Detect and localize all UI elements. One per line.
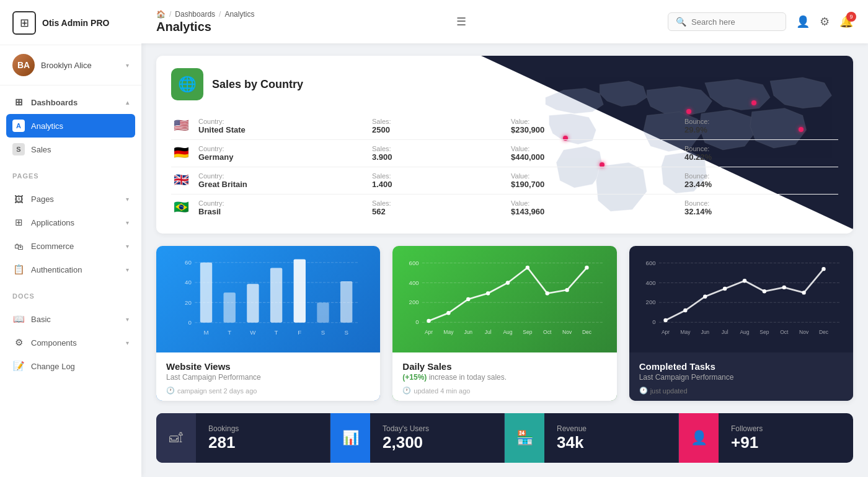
avatar: BA bbox=[12, 54, 35, 76]
sidebar-item-label: Analytics bbox=[31, 121, 129, 131]
charts-row: 60 40 20 0 bbox=[156, 246, 853, 401]
svg-text:400: 400 bbox=[645, 279, 655, 286]
globe-icon: 🌐 bbox=[171, 68, 203, 100]
svg-text:Jul: Jul bbox=[485, 329, 492, 335]
svg-text:0: 0 bbox=[416, 318, 419, 325]
svg-text:Nov: Nov bbox=[799, 329, 809, 335]
chart-footer-sales: 🕐 updated 4 min ago bbox=[402, 387, 606, 395]
bookings-icon-wrap: 🛋 bbox=[156, 413, 196, 463]
svg-text:200: 200 bbox=[409, 299, 419, 305]
chevron-down-icon: ▾ bbox=[126, 339, 129, 346]
sidebar: ⊞ Otis Admin PRO BA Brooklyn Alice ▾ ⊞ D… bbox=[0, 0, 141, 477]
search-icon: 🔍 bbox=[676, 17, 686, 27]
revenue-icon-wrap: 🏪 bbox=[505, 413, 544, 463]
sidebar-item-pages[interactable]: 🖼 Pages ▾ bbox=[0, 187, 141, 211]
settings-icon[interactable]: ⚙ bbox=[820, 15, 830, 28]
sales-icon: S bbox=[12, 143, 25, 155]
chevron-down-icon: ▾ bbox=[126, 196, 129, 203]
notification-badge: 9 bbox=[846, 12, 856, 22]
sidebar-item-dashboards[interactable]: ⊞ Dashboards ▴ bbox=[0, 90, 141, 114]
svg-text:Apr: Apr bbox=[662, 329, 670, 335]
country-row: 🇺🇸 Country: United State Sales: 2500 Val… bbox=[171, 113, 838, 140]
line-chart-sales-svg: 600 400 200 0 bbox=[402, 256, 606, 343]
docs-section-label: DOCS bbox=[0, 286, 141, 302]
main-content: 🏠 / Dashboards / Analytics Analytics ☰ 🔍… bbox=[141, 0, 868, 477]
chart-name-sales: Daily Sales bbox=[402, 361, 606, 372]
svg-rect-10 bbox=[247, 284, 259, 322]
svg-text:W: W bbox=[250, 329, 256, 336]
sidebar-item-basic[interactable]: 📖 Basic ▾ bbox=[0, 307, 141, 331]
bookings-label: Bookings bbox=[208, 424, 317, 433]
user-icon[interactable]: 👤 bbox=[796, 15, 810, 28]
notifications-icon[interactable]: 🔔 9 bbox=[839, 15, 853, 28]
svg-text:Sep: Sep bbox=[523, 329, 533, 335]
chart-sub-views: Last Campaign Performance bbox=[166, 373, 370, 382]
svg-point-33 bbox=[486, 291, 490, 295]
sales-card-title: Sales by Country bbox=[212, 78, 303, 91]
svg-rect-14 bbox=[340, 281, 352, 323]
revenue-label: Revenue bbox=[557, 424, 666, 433]
breadcrumb-separator: / bbox=[169, 10, 171, 19]
svg-text:60: 60 bbox=[185, 259, 192, 266]
chevron-down-icon: ▾ bbox=[126, 266, 129, 273]
chart-name-views: Website Views bbox=[166, 361, 370, 372]
svg-point-32 bbox=[466, 297, 470, 301]
svg-point-30 bbox=[427, 319, 431, 323]
chart-footer-tasks: 🕐 just updated bbox=[639, 387, 843, 395]
sidebar-item-analytics[interactable]: A Analytics bbox=[6, 114, 135, 138]
header: 🏠 / Dashboards / Analytics Analytics ☰ 🔍… bbox=[141, 0, 868, 43]
dashboards-icon: ⊞ bbox=[12, 96, 25, 108]
clock-icon: 🕐 bbox=[639, 387, 648, 395]
svg-text:Oct: Oct bbox=[543, 329, 552, 335]
svg-text:May: May bbox=[444, 329, 454, 335]
svg-text:20: 20 bbox=[185, 299, 192, 306]
svg-point-38 bbox=[585, 266, 589, 269]
sales-card-header: 🌐 Sales by Country bbox=[171, 68, 838, 100]
home-icon: 🏠 bbox=[156, 10, 166, 19]
sidebar-item-authentication[interactable]: 📋 Authentication ▾ bbox=[0, 258, 141, 281]
stats-row: 🛋 Bookings 281 📊 Today's Users 2,300 🏪 R… bbox=[156, 413, 853, 463]
clock-icon: 🕐 bbox=[402, 387, 411, 395]
sidebar-item-ecommerce[interactable]: 🛍 Ecommerce ▾ bbox=[0, 234, 141, 258]
svg-point-35 bbox=[526, 266, 529, 269]
svg-text:Nov: Nov bbox=[562, 329, 572, 335]
svg-rect-8 bbox=[200, 263, 212, 323]
user-profile[interactable]: BA Brooklyn Alice ▾ bbox=[0, 45, 141, 85]
svg-text:T: T bbox=[228, 329, 231, 336]
website-views-card: 60 40 20 0 bbox=[156, 246, 380, 401]
sidebar-item-sales[interactable]: S Sales bbox=[0, 138, 141, 161]
menu-toggle-icon[interactable]: ☰ bbox=[453, 11, 470, 32]
chart-upper-views: 60 40 20 0 bbox=[156, 246, 380, 352]
bookings-stat: Bookings 281 bbox=[196, 413, 330, 463]
components-icon: ⚙ bbox=[12, 336, 25, 349]
breadcrumb: 🏠 / Dashboards / Analytics bbox=[156, 10, 254, 19]
svg-point-34 bbox=[506, 281, 510, 284]
search-input[interactable] bbox=[691, 17, 778, 27]
svg-text:Jul: Jul bbox=[721, 329, 728, 335]
clock-icon: 🕐 bbox=[166, 387, 175, 395]
svg-text:M: M bbox=[203, 329, 208, 336]
sidebar-item-changelog[interactable]: 📝 Change Log bbox=[0, 354, 141, 378]
revenue-stat: Revenue 34k bbox=[544, 413, 679, 463]
svg-text:Dec: Dec bbox=[819, 329, 829, 335]
bar-chart-svg: 60 40 20 0 bbox=[166, 256, 370, 343]
sidebar-item-label: Change Log bbox=[31, 362, 129, 371]
svg-point-59 bbox=[723, 287, 727, 291]
chart-lower-tasks: Completed Tasks Last Campaign Performanc… bbox=[629, 352, 853, 401]
svg-text:Aug: Aug bbox=[503, 329, 513, 335]
sidebar-item-label: Applications bbox=[31, 218, 120, 227]
barchart-icon: 📊 bbox=[342, 430, 359, 446]
header-left: 🏠 / Dashboards / Analytics Analytics bbox=[156, 10, 254, 34]
svg-text:S: S bbox=[321, 329, 326, 336]
ecommerce-icon: 🛍 bbox=[12, 240, 25, 252]
completed-tasks-card: 600 400 200 0 bbox=[629, 246, 853, 401]
sidebar-item-components[interactable]: ⚙ Components ▾ bbox=[0, 331, 141, 354]
users-icon-wrap: 📊 bbox=[330, 413, 370, 463]
search-box[interactable]: 🔍 bbox=[668, 12, 786, 31]
breadcrumb-separator: / bbox=[219, 10, 221, 19]
content-area: 🌐 Sales by Country 🇺🇸 Country: United St… bbox=[141, 43, 868, 477]
sidebar-item-applications[interactable]: ⊞ Applications ▾ bbox=[0, 211, 141, 234]
analytics-icon: A bbox=[12, 120, 25, 132]
sidebar-item-label: Ecommerce bbox=[31, 242, 120, 251]
authentication-icon: 📋 bbox=[12, 263, 25, 276]
